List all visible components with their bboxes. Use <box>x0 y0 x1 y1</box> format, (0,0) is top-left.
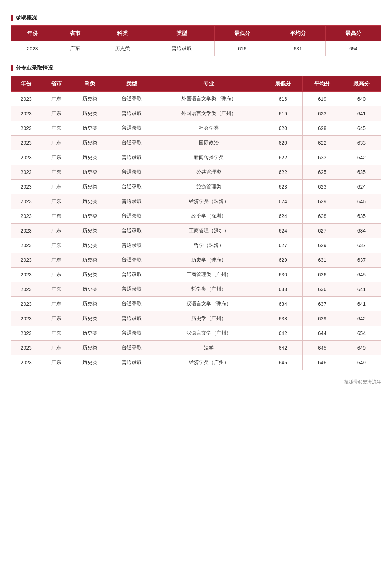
table-row: 2023广东历史类普通录取工商管理类（广州）630636645 <box>11 268 381 282</box>
table-row: 2023广东历史类普通录取哲学类（广州）633636641 <box>11 282 381 297</box>
col-type: 类型 <box>149 26 214 41</box>
table-row: 2023广东历史类普通录取社会学类620628645 <box>11 121 381 136</box>
col-year2: 年份 <box>11 76 41 92</box>
footer-text: 搜狐号@史海流年 <box>344 379 381 384</box>
col-category2: 科类 <box>71 76 109 92</box>
col-province: 省市 <box>54 26 96 41</box>
table-row: 2023广东历史类普通录取经济学类（广州）645646649 <box>11 355 381 370</box>
col-category: 科类 <box>96 26 149 41</box>
table-row: 2023广东历史类普通录取工商管理（深圳）624627634 <box>11 224 381 238</box>
detail-table: 年份 省市 科类 类型 专业 最低分 平均分 最高分 2023广东历史类普通录取… <box>11 76 381 370</box>
col-avg2: 平均分 <box>302 76 342 92</box>
table-row: 2023广东历史类普通录取外国语言文学类（珠海）616619640 <box>11 92 381 106</box>
table-row: 2023广东历史类普通录取历史学（广州）638639642 <box>11 311 381 326</box>
col-max: 最高分 <box>326 26 381 41</box>
table-row: 2023广东历史类普通录取汉语言文学（广州）642644654 <box>11 326 381 341</box>
col-min: 最低分 <box>215 26 270 41</box>
col-type2: 类型 <box>109 76 155 92</box>
table-row: 2023广东历史类普通录取外国语言文学类（广州）619623641 <box>11 106 381 121</box>
table-row: 2023广东历史类普通录取新闻传播学类622633642 <box>11 150 381 165</box>
table-row: 2023广东历史类普通录取法学642645649 <box>11 341 381 355</box>
table-row: 2023广东历史类普通录取历史学（珠海）629631637 <box>11 253 381 268</box>
footer-watermark: 搜狐号@史海流年 <box>11 379 381 385</box>
section1-title: 录取概况 <box>11 14 381 21</box>
col-min2: 最低分 <box>263 76 302 92</box>
table-row: 2023广东历史类普通录取哲学（珠海）627629637 <box>11 238 381 253</box>
table-row: 2023广东历史类普通录取旅游管理类623623624 <box>11 180 381 194</box>
table-row: 2023广东历史类普通录取国际政治620622633 <box>11 136 381 150</box>
section2-title-text: 分专业录取情况 <box>16 65 53 71</box>
col-province2: 省市 <box>41 76 71 92</box>
section1-title-text: 录取概况 <box>16 14 37 21</box>
col-avg: 平均分 <box>270 26 326 41</box>
table-row: 2023广东历史类普通录取经济学类（珠海）624629646 <box>11 194 381 209</box>
table-row: 2023广东历史类普通录取公共管理类622625635 <box>11 165 381 180</box>
summary-table: 年份 省市 科类 类型 最低分 平均分 最高分 2023广东历史类普通录取616… <box>11 25 381 56</box>
col-year: 年份 <box>11 26 54 41</box>
col-major: 专业 <box>155 76 263 92</box>
table-row: 2023广东历史类普通录取616631654 <box>11 41 381 56</box>
col-max2: 最高分 <box>342 76 381 92</box>
table-row: 2023广东历史类普通录取经济学（深圳）624628635 <box>11 209 381 224</box>
section2-title: 分专业录取情况 <box>11 65 381 71</box>
table-row: 2023广东历史类普通录取汉语言文学（珠海）634637641 <box>11 297 381 311</box>
